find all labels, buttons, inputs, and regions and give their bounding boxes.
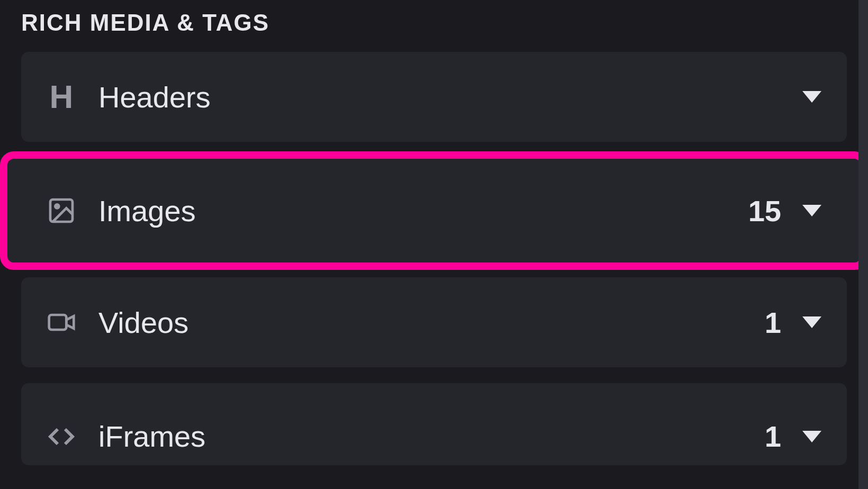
item-left: iFrames: [47, 399, 765, 454]
item-row-iframes[interactable]: iFrames 1: [21, 383, 847, 465]
item-right: 1: [765, 399, 821, 454]
svg-point-1: [55, 204, 59, 208]
header-h-icon: H: [47, 82, 76, 112]
chevron-down-icon: [802, 205, 821, 216]
item-row-headers[interactable]: H Headers: [21, 52, 847, 142]
items-list: H Headers Images: [0, 52, 868, 465]
item-count-iframes: 1: [765, 419, 781, 454]
item-row-videos[interactable]: Videos 1: [21, 277, 847, 367]
item-left: Images: [47, 194, 748, 228]
image-icon: [47, 196, 76, 225]
item-count-images: 15: [748, 194, 781, 228]
chevron-down-icon: [802, 91, 821, 103]
svg-rect-2: [49, 315, 67, 330]
section-title: RICH MEDIA & TAGS: [0, 0, 868, 52]
chevron-down-icon: [802, 431, 821, 442]
item-label-iframes: iFrames: [98, 419, 205, 454]
code-icon: [47, 422, 76, 451]
item-row-images[interactable]: Images 15: [6, 158, 862, 264]
item-left: H Headers: [47, 80, 781, 114]
item-label-images: Images: [98, 194, 196, 228]
item-count-videos: 1: [765, 305, 781, 340]
video-icon: [47, 307, 76, 337]
item-right: [781, 91, 821, 103]
item-label-headers: Headers: [98, 80, 211, 114]
item-label-videos: Videos: [98, 305, 188, 340]
item-right: 1: [765, 305, 821, 340]
item-left: Videos: [47, 305, 765, 340]
item-right: 15: [748, 194, 821, 228]
scrollbar[interactable]: [858, 0, 868, 489]
rich-media-panel: RICH MEDIA & TAGS H Headers: [0, 0, 868, 465]
chevron-down-icon: [802, 316, 821, 328]
